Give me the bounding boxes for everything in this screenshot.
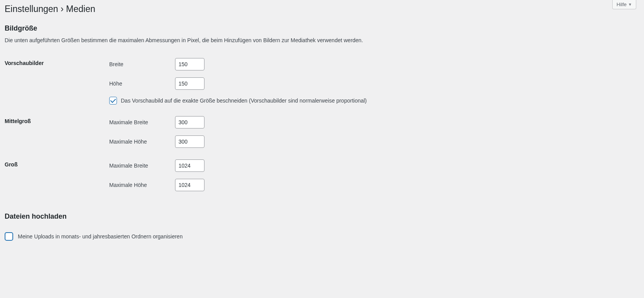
medium-width-input[interactable]: [175, 116, 204, 128]
thumbnail-height-label: Höhe: [109, 80, 175, 87]
thumbnail-width-row: Breite: [109, 58, 632, 70]
image-size-form-table: Vorschaubilder Breite Höhe Das Vorschaub…: [5, 52, 636, 197]
thumbnail-crop-row: Das Vorschaubild auf die exakte Größe be…: [109, 97, 632, 104]
medium-heading: Mittelgroß: [5, 110, 105, 154]
medium-width-label: Maximale Breite: [109, 119, 175, 125]
upload-section-title: Dateien hochladen: [5, 212, 636, 221]
large-height-input[interactable]: [175, 179, 204, 191]
medium-width-row: Maximale Breite: [109, 116, 632, 128]
upload-organize-row: Meine Uploads in monats- und jahresbasie…: [5, 232, 636, 241]
chevron-down-icon: ▼: [628, 2, 632, 7]
upload-section: Dateien hochladen Meine Uploads in monat…: [5, 212, 636, 241]
thumbnails-row: Vorschaubilder Breite Höhe Das Vorschaub…: [5, 52, 636, 110]
medium-row: Mittelgroß Maximale Breite Maximale Höhe: [5, 110, 636, 154]
upload-organize-checkbox[interactable]: [5, 232, 13, 241]
thumbnail-crop-label[interactable]: Das Vorschaubild auf die exakte Größe be…: [121, 98, 367, 104]
large-width-row: Maximale Breite: [109, 159, 632, 172]
large-height-label: Maximale Höhe: [109, 182, 175, 188]
medium-height-row: Maximale Höhe: [109, 135, 632, 148]
section-imagesize-description: Die unten aufgeführten Größen bestimmen …: [5, 36, 636, 45]
large-width-label: Maximale Breite: [109, 163, 175, 169]
medium-height-input[interactable]: [175, 135, 204, 148]
large-width-input[interactable]: [175, 159, 204, 172]
large-heading: Groß: [5, 154, 105, 197]
section-imagesize-title: Bildgröße: [5, 24, 636, 33]
thumbnail-height-input[interactable]: [175, 77, 204, 90]
thumbnail-width-label: Breite: [109, 61, 175, 67]
help-tab-label: Hilfe: [617, 2, 627, 7]
help-tab[interactable]: Hilfe ▼: [612, 0, 636, 9]
thumbnail-height-row: Höhe: [109, 77, 632, 90]
medium-height-label: Maximale Höhe: [109, 139, 175, 145]
thumbnail-width-input[interactable]: [175, 58, 204, 70]
large-height-row: Maximale Höhe: [109, 179, 632, 191]
page-title: Einstellungen › Medien: [5, 0, 636, 17]
thumbnail-crop-checkbox[interactable]: [109, 97, 117, 104]
thumbnails-heading: Vorschaubilder: [5, 52, 105, 110]
upload-organize-label[interactable]: Meine Uploads in monats- und jahresbasie…: [18, 233, 183, 240]
large-row: Groß Maximale Breite Maximale Höhe: [5, 154, 636, 197]
